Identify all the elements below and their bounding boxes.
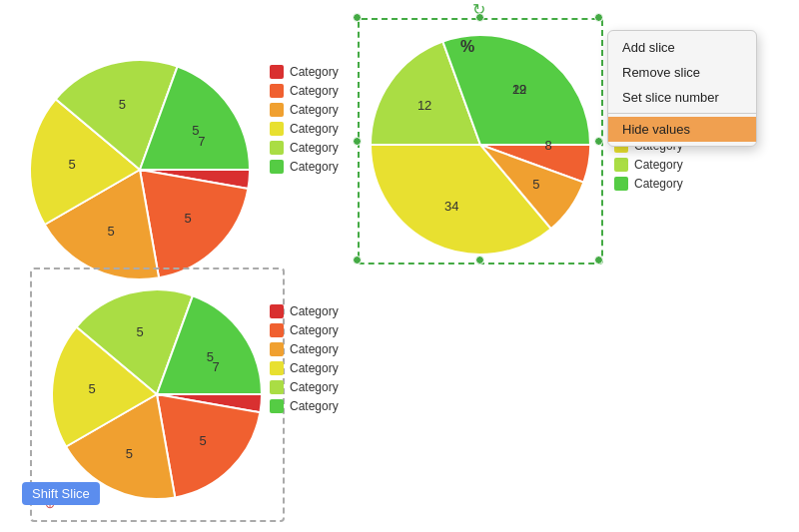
legend-item: Category — [270, 122, 339, 136]
legend-label: Category — [290, 380, 339, 394]
handle-tr[interactable] — [594, 13, 603, 22]
legend-color-swatch — [270, 65, 284, 79]
legend-item: Category — [270, 84, 339, 98]
svg-text:5: 5 — [207, 349, 214, 364]
percent-label: % — [460, 38, 474, 56]
context-menu-item[interactable]: Add slice — [608, 35, 756, 60]
legend-item: Category — [270, 141, 339, 155]
pie-chart-1[interactable]: 755555 — [20, 50, 260, 289]
legend-label: Category — [290, 160, 339, 174]
legend-label: Category — [290, 103, 339, 117]
handle-bm[interactable] — [475, 256, 484, 265]
svg-text:5: 5 — [137, 324, 144, 339]
legend-color-swatch — [270, 323, 284, 337]
canvas: 755555 CategoryCategoryCategoryCategoryC… — [0, 0, 799, 532]
svg-text:5: 5 — [108, 224, 115, 239]
svg-text:5: 5 — [119, 97, 126, 112]
context-menu-item[interactable]: Hide values — [608, 117, 756, 142]
svg-text:12: 12 — [417, 98, 431, 113]
shift-slice-button[interactable]: Shift Slice — [22, 482, 100, 505]
handle-br[interactable] — [594, 256, 603, 265]
legend-label: Category — [290, 361, 339, 375]
svg-text:5: 5 — [185, 211, 192, 226]
legend-item: Category — [270, 304, 339, 318]
svg-text:29: 29 — [512, 82, 526, 97]
legend-color-swatch — [270, 122, 284, 136]
legend-1: CategoryCategoryCategoryCategoryCategory… — [270, 65, 339, 174]
legend-item: Category — [270, 380, 339, 394]
legend-item: Category — [270, 361, 339, 375]
legend-item: Category — [614, 158, 683, 172]
legend-color-swatch — [270, 84, 284, 98]
svg-text:5: 5 — [68, 157, 75, 172]
legend-item: Category — [270, 399, 339, 413]
handle-mr[interactable] — [594, 137, 603, 146]
legend-item: Category — [270, 160, 339, 174]
legend-color-swatch — [270, 103, 284, 117]
handle-bl[interactable] — [353, 256, 362, 265]
svg-text:5: 5 — [532, 177, 539, 192]
legend-item: Category — [270, 65, 339, 79]
legend-item: Category — [270, 103, 339, 117]
legend-item: Category — [270, 323, 339, 337]
context-menu-separator — [608, 113, 756, 114]
legend-color-swatch — [270, 361, 284, 375]
legend-label: Category — [634, 177, 683, 191]
legend-label: Category — [290, 342, 339, 356]
legend-color-swatch — [270, 342, 284, 356]
legend-color-swatch — [270, 399, 284, 413]
svg-text:5: 5 — [192, 123, 199, 138]
pie-chart-3-container: ⊕ 755555 — [40, 277, 275, 516]
legend-label: Category — [290, 141, 339, 155]
handle-ml[interactable] — [353, 137, 362, 146]
legend-color-swatch — [614, 158, 628, 172]
svg-text:5: 5 — [89, 381, 96, 396]
handle-tl[interactable] — [353, 13, 362, 22]
svg-text:8: 8 — [545, 138, 552, 153]
context-menu-item[interactable]: Remove slice — [608, 60, 756, 85]
pie-chart-2-container: ↻ % 1285341229 — [358, 18, 603, 268]
legend-label: Category — [290, 122, 339, 136]
legend-label: Category — [290, 84, 339, 98]
legend-label: Category — [290, 65, 339, 79]
pie-chart-3[interactable]: 755555 — [40, 277, 275, 512]
legend-label: Category — [634, 158, 683, 172]
legend-label: Category — [290, 304, 339, 318]
legend-color-swatch — [270, 160, 284, 174]
pie-chart-1-container: 755555 — [20, 50, 260, 293]
handle-tm[interactable] — [475, 13, 484, 22]
svg-text:5: 5 — [199, 433, 206, 448]
context-menu[interactable]: Add sliceRemove sliceSet slice numberHid… — [607, 30, 757, 147]
legend-3: CategoryCategoryCategoryCategoryCategory… — [270, 304, 339, 413]
legend-color-swatch — [270, 141, 284, 155]
legend-color-swatch — [614, 177, 628, 191]
svg-text:34: 34 — [444, 199, 458, 214]
legend-color-swatch — [270, 304, 284, 318]
legend-item: Category — [614, 177, 683, 191]
context-menu-item[interactable]: Set slice number — [608, 85, 756, 110]
legend-label: Category — [290, 323, 339, 337]
pie-chart-2[interactable]: 1285341229 — [358, 18, 603, 265]
legend-label: Category — [290, 399, 339, 413]
legend-color-swatch — [270, 380, 284, 394]
legend-item: Category — [270, 342, 339, 356]
svg-text:5: 5 — [126, 446, 133, 461]
